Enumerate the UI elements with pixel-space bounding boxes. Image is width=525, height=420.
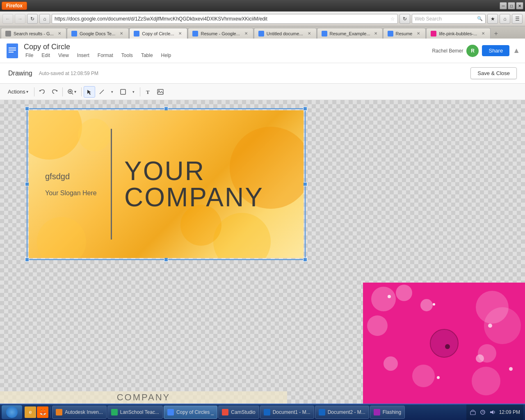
image-tool-button[interactable] bbox=[155, 86, 166, 98]
handle-middle-right[interactable] bbox=[303, 182, 307, 186]
tab-favicon-4 bbox=[192, 31, 198, 37]
taskbar-item-autodesk[interactable]: Autodesk Inven... bbox=[52, 406, 107, 419]
firefox-button[interactable]: Firefox bbox=[2, 2, 27, 10]
card-layout: gfsdgd Your Slogan Here YOUR COMPANY bbox=[29, 110, 304, 258]
save-close-button[interactable]: Save & Close bbox=[470, 67, 517, 79]
select-tool-button[interactable] bbox=[84, 86, 95, 98]
taskbar-item-camstudio[interactable]: CamStudio bbox=[218, 406, 259, 419]
handle-bottom-left[interactable] bbox=[25, 258, 29, 262]
home-button[interactable]: ⌂ bbox=[39, 14, 50, 24]
tab-close-8[interactable]: ✕ bbox=[480, 31, 486, 37]
nav-menu-icon[interactable]: ☰ bbox=[512, 14, 523, 24]
menu-format[interactable]: Format bbox=[96, 52, 115, 59]
zoom-icon bbox=[68, 89, 73, 95]
menu-help[interactable]: Help bbox=[160, 52, 173, 59]
taskbar-label-flashing: Flashing bbox=[383, 409, 401, 415]
user-avatar: R bbox=[466, 45, 479, 57]
menu-file[interactable]: File bbox=[24, 52, 35, 59]
zoom-dropdown-icon: ▾ bbox=[74, 89, 76, 94]
tray-icon-2 bbox=[479, 409, 486, 415]
tab-label-4: Resume - Google... bbox=[201, 31, 240, 36]
gdocs-header: Copy of Circle File Edit View Insert For… bbox=[0, 39, 525, 63]
nav-home-icon[interactable]: ⌂ bbox=[500, 14, 510, 24]
zoom-control[interactable]: ▾ bbox=[65, 86, 79, 98]
tab-copy-of-circle[interactable]: Copy of Circle... ✕ bbox=[129, 28, 187, 39]
taskbar-item-flashing[interactable]: Flashing bbox=[370, 406, 405, 419]
tab-close-2[interactable]: ✕ bbox=[119, 31, 124, 37]
bookmark-star[interactable]: ☆ bbox=[390, 16, 395, 22]
handle-bottom-right[interactable] bbox=[303, 258, 307, 262]
business-card-wrapper[interactable]: gfsdgd Your Slogan Here YOUR COMPANY bbox=[29, 110, 304, 258]
line-tool-dropdown[interactable]: ▾ bbox=[108, 86, 116, 98]
shape-tool-button[interactable] bbox=[117, 86, 129, 98]
start-button[interactable] bbox=[2, 405, 22, 419]
tab-label-7: Resume bbox=[396, 31, 413, 36]
tab-resume-example[interactable]: Resume_Example... ✕ bbox=[317, 28, 383, 39]
undo-button[interactable] bbox=[37, 86, 48, 98]
quick-launch-icon-1[interactable]: e bbox=[25, 406, 36, 418]
new-tab-button[interactable]: + bbox=[491, 29, 501, 39]
svg-rect-2 bbox=[9, 50, 16, 50]
handle-top-right[interactable] bbox=[303, 107, 307, 111]
taskbar-icon-autodesk bbox=[56, 409, 62, 415]
taskbar-item-copy-circles[interactable]: Copy of Circles _ bbox=[164, 406, 217, 419]
menu-insert[interactable]: Insert bbox=[75, 52, 91, 59]
quick-launch-ff-icon: 🦊 bbox=[39, 409, 46, 415]
handle-bottom-center[interactable] bbox=[164, 258, 168, 262]
taskbar-item-doc1[interactable]: Document1 - M... bbox=[260, 406, 314, 419]
volume-icon[interactable] bbox=[489, 409, 496, 415]
shape-tool-dropdown[interactable]: ▾ bbox=[130, 86, 138, 98]
main-content: Copy of Circle File Edit View Insert For… bbox=[0, 39, 525, 404]
reload-button[interactable]: ↻ bbox=[27, 14, 38, 24]
tab-favicon-5 bbox=[258, 31, 264, 37]
address-bar[interactable]: https://docs.google.com/document/d/1ZzSw… bbox=[52, 14, 398, 24]
menu-table[interactable]: Table bbox=[139, 52, 155, 59]
bookmarks-button[interactable]: ★ bbox=[487, 14, 498, 24]
redo-button[interactable] bbox=[49, 86, 60, 98]
svg-rect-8 bbox=[121, 89, 126, 94]
actions-menu-button[interactable]: Actions ▾ bbox=[4, 86, 32, 98]
tab-close-6[interactable]: ✕ bbox=[374, 31, 378, 37]
bottom-card-text: COMPANY bbox=[0, 391, 287, 404]
search-bar[interactable]: Web Search 🔍 bbox=[412, 14, 486, 24]
taskbar-item-doc2[interactable]: Document2 - M... bbox=[315, 406, 369, 419]
gdocs-header-right: Rachel Bemer R Share ▲ bbox=[432, 45, 520, 57]
tab-favicon-7 bbox=[388, 31, 393, 37]
pink-center-circle[interactable] bbox=[430, 329, 459, 358]
tab-close-1[interactable]: ✕ bbox=[57, 31, 62, 37]
line-tool-button[interactable] bbox=[96, 86, 107, 98]
drawing-area: Drawing Auto-saved at 12:08:59 PM Save &… bbox=[0, 63, 525, 404]
tab-resume-google[interactable]: Resume - Google... ✕ bbox=[188, 28, 253, 39]
taskbar-label-lanschool: LanSchool Teac... bbox=[120, 409, 159, 415]
tab-close-3[interactable]: ✕ bbox=[177, 31, 183, 37]
tab-resume[interactable]: Resume ✕ bbox=[383, 28, 426, 39]
collapse-panel-icon[interactable]: ▲ bbox=[513, 46, 520, 55]
tab-life-pink-bubbles[interactable]: life-pink-bubbles-... ✕ bbox=[426, 28, 491, 39]
tab-close-5[interactable]: ✕ bbox=[306, 31, 312, 37]
menu-view[interactable]: View bbox=[57, 52, 71, 59]
actions-label: Actions bbox=[8, 89, 25, 95]
taskbar-item-lanschool[interactable]: LanSchool Teac... bbox=[107, 406, 163, 419]
forward-button[interactable]: → bbox=[15, 14, 25, 24]
search-placeholder: Web Search bbox=[415, 16, 442, 22]
share-button[interactable]: Share bbox=[482, 45, 509, 56]
text-tool-button[interactable]: T bbox=[142, 86, 154, 98]
tab-search-results[interactable]: Search results - G... ✕ bbox=[1, 28, 66, 39]
tab-untitled-doc[interactable]: Untitled docume... ✕ bbox=[254, 28, 317, 39]
back-button[interactable]: ← bbox=[2, 14, 13, 24]
sparkle-2 bbox=[433, 303, 435, 306]
maximize-button[interactable]: □ bbox=[508, 2, 515, 9]
menu-tools[interactable]: Tools bbox=[120, 52, 135, 59]
quick-launch-icon-2[interactable]: 🦊 bbox=[37, 406, 48, 418]
close-button[interactable]: ✕ bbox=[516, 2, 523, 9]
minimize-button[interactable]: ─ bbox=[500, 2, 507, 9]
tab-close-4[interactable]: ✕ bbox=[243, 31, 249, 37]
tab-close-7[interactable]: ✕ bbox=[415, 31, 421, 37]
tab-google-docs-te[interactable]: Google Docs Te... ✕ bbox=[67, 28, 129, 39]
menu-edit[interactable]: Edit bbox=[40, 52, 52, 59]
tab-bar: Search results - G... ✕ Google Docs Te..… bbox=[0, 26, 525, 39]
title-bar: Firefox ─ □ ✕ bbox=[0, 0, 525, 11]
refresh-button[interactable]: ↻ bbox=[399, 14, 410, 24]
svg-rect-1 bbox=[9, 48, 16, 48]
tab-favicon-2 bbox=[71, 31, 77, 37]
